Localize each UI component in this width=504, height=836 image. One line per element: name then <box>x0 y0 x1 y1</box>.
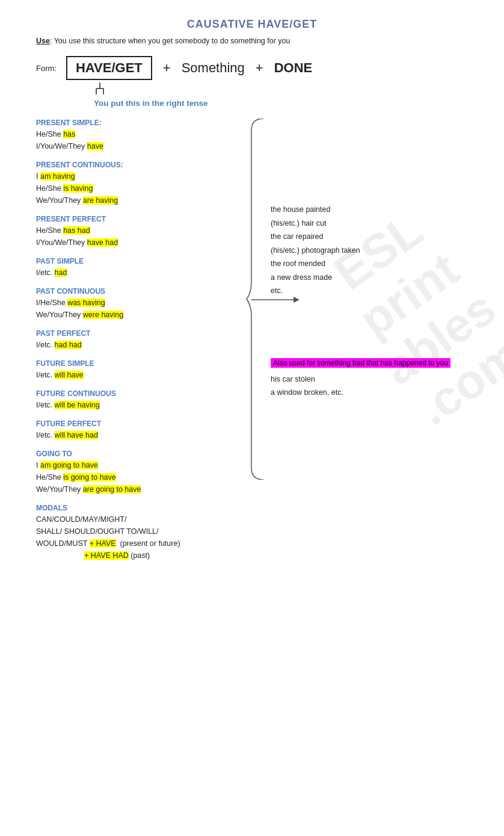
highlight: have had <box>87 238 118 247</box>
right-examples: the house painted (his/etc.) hair cut th… <box>271 203 468 298</box>
highlight: is having <box>63 184 93 193</box>
tense-row: We/You/They were having <box>36 309 253 321</box>
form-something: Something <box>182 60 245 76</box>
arrow-fork <box>95 82 468 98</box>
highlight: am having <box>40 172 75 181</box>
form-label: Form: <box>36 64 57 73</box>
tense-row: He/She is having <box>36 182 253 194</box>
bracket-arrow-svg <box>245 291 306 309</box>
page: ESLprintables.com CAUSATIVE HAVE/GET Use… <box>0 0 504 836</box>
tense-present-continuous: PRESENT CONTINUOUS: I am having He/She i… <box>36 161 253 206</box>
tense-heading-past-perfect: PAST PERFECT <box>36 329 253 338</box>
use-text: : You use this structure when you get so… <box>50 37 290 45</box>
highlight: will be having <box>55 401 100 409</box>
highlight: will have had <box>55 431 98 439</box>
tense-row: He/She has <box>36 128 253 140</box>
tense-future-perfect: FUTURE PERFECT I/etc. will have had <box>36 420 253 441</box>
tense-heading-going-to: GOING TO <box>36 450 253 458</box>
tense-heading-past-continuous: PAST CONTINUOUS <box>36 287 253 296</box>
tense-row: I/You/We/They have had <box>36 237 253 249</box>
tense-row: I/You/We/They have <box>36 140 253 152</box>
tense-row: We/You/They are having <box>36 194 253 206</box>
tense-row: I/etc. will have <box>36 369 253 381</box>
example-row: the roof mended <box>271 257 468 271</box>
form-done: DONE <box>274 60 313 76</box>
bad-example-row: his car stolen <box>271 373 468 386</box>
tense-heading-future-simple: FUTURE SIMPLE <box>36 359 253 368</box>
svg-marker-6 <box>293 297 300 303</box>
tense-row: I am having <box>36 170 253 182</box>
two-col-layout: PRESENT SIMPLE: He/She has I/You/We/They… <box>36 119 468 570</box>
page-title: CAUSATIVE HAVE/GET <box>36 18 468 31</box>
highlight: + HAVE HAD <box>84 551 129 560</box>
tense-modals: MODALS CAN/COULD/MAY/MIGHT/ SHALL/ SHOUL… <box>36 504 253 562</box>
use-label: Use <box>36 37 50 45</box>
fork-arrow-svg <box>95 82 119 96</box>
example-row: (his/etc.) photograph taken <box>271 244 468 258</box>
tense-heading-past-simple: PAST SIMPLE <box>36 257 253 265</box>
example-row: the car repaired <box>271 230 468 244</box>
tense-row: He/She is going to have <box>36 471 253 483</box>
tense-row: I am going to have <box>36 459 253 471</box>
tense-row: We/You/They are going to have <box>36 483 253 495</box>
tense-row: SHALL/ SHOULD/OUGHT TO/WILL/ <box>36 525 253 537</box>
left-col: PRESENT SIMPLE: He/She has I/You/We/They… <box>36 119 259 570</box>
form-plus2: + <box>256 60 263 76</box>
tense-past-continuous: PAST CONTINUOUS I/He/She was having We/Y… <box>36 287 253 321</box>
tense-row: I/etc. had <box>36 267 253 279</box>
have-get-box: HAVE/GET <box>66 56 152 80</box>
highlight: + HAVE <box>90 539 116 548</box>
tense-row: He/She has had <box>36 224 253 237</box>
tense-future-continuous: FUTURE CONTINUOUS I/etc. will be having <box>36 389 253 411</box>
example-row: a new dress made <box>271 271 468 285</box>
tense-heading-present-perfect: PRESENT PERFECT <box>36 215 253 223</box>
highlight: had <box>55 268 67 277</box>
tense-row: WOULD/MUST + HAVE (present or future) <box>36 537 253 550</box>
also-used-section: Also used for something bad that has hap… <box>271 358 468 400</box>
bad-examples: his car stolen a window broken, etc. <box>271 373 468 400</box>
tense-row: I/etc. had had <box>36 339 253 351</box>
bad-example-row: a window broken, etc. <box>271 386 468 400</box>
highlight: are going to have <box>83 485 141 494</box>
tense-heading-present-simple: PRESENT SIMPLE: <box>36 119 253 127</box>
tense-going-to: GOING TO I am going to have He/She is go… <box>36 450 253 495</box>
tense-row: I/He/She was having <box>36 297 253 309</box>
form-line: Form: HAVE/GET + Something + DONE <box>36 56 468 80</box>
tense-row: CAN/COULD/MAY/MIGHT/ <box>36 513 253 525</box>
highlight: will have <box>55 371 84 379</box>
highlight: were having <box>83 311 123 319</box>
use-line: Use: You use this structure when you get… <box>36 37 468 45</box>
tense-past-perfect: PAST PERFECT I/etc. had had <box>36 329 253 351</box>
highlight: had had <box>55 341 82 349</box>
highlight: was having <box>67 299 105 307</box>
tense-present-perfect: PRESENT PERFECT He/She has had I/You/We/… <box>36 215 253 249</box>
tense-heading-future-perfect: FUTURE PERFECT <box>36 420 253 428</box>
also-used-label: Also used for something bad that has hap… <box>271 358 450 368</box>
highlight: is going to have <box>63 473 116 481</box>
tense-row: I/etc. will have had <box>36 429 253 441</box>
right-col: the house painted (his/etc.) hair cut th… <box>259 119 468 570</box>
highlight: has <box>63 130 75 138</box>
highlight: has had <box>63 226 90 235</box>
tense-heading-modals: MODALS <box>36 504 253 512</box>
example-row: the house painted <box>271 203 468 217</box>
tense-heading-present-continuous: PRESENT CONTINUOUS: <box>36 161 253 169</box>
tense-row: I/etc. will be having <box>36 399 253 411</box>
form-plus1: + <box>163 60 171 76</box>
tense-present-simple: PRESENT SIMPLE: He/She has I/You/We/They… <box>36 119 253 152</box>
tense-future-simple: FUTURE SIMPLE I/etc. will have <box>36 359 253 381</box>
content: CAUSATIVE HAVE/GET Use: You use this str… <box>36 18 468 570</box>
highlight: have <box>87 142 103 150</box>
highlight: are having <box>83 196 118 205</box>
tense-row: + HAVE HAD (past) <box>84 550 253 562</box>
tense-past-simple: PAST SIMPLE I/etc. had <box>36 257 253 279</box>
highlight: am going to have <box>40 461 98 469</box>
tense-note: You put this in the right tense <box>94 99 468 108</box>
tense-heading-future-continuous: FUTURE CONTINUOUS <box>36 389 253 398</box>
example-row: (his/etc.) hair cut <box>271 217 468 231</box>
